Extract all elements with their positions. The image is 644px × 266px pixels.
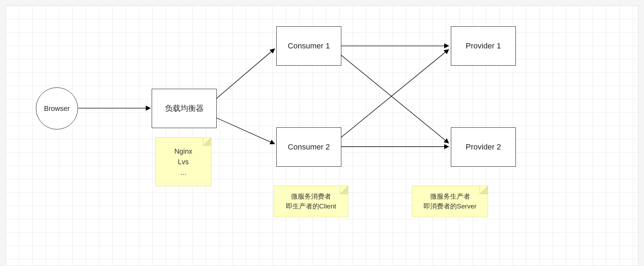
edge-c2-p1 [341,49,449,138]
node-provider-2[interactable]: Provider 2 [451,127,516,167]
edge-c1-p2 [341,55,449,143]
node-provider-2-label: Provider 2 [466,142,501,152]
sticky-consumer-line2: 即生产者的Client [286,201,336,212]
node-consumer-2[interactable]: Consumer 2 [276,127,341,167]
edge-lb-consumer1 [217,49,275,99]
node-load-balancer-label: 负载均衡器 [165,103,204,114]
sticky-provider-line1: 微服务生产者 [430,192,470,202]
sticky-lb-line1: Nginx [174,146,192,157]
node-load-balancer[interactable]: 负载均衡器 [152,89,217,128]
sticky-lb-line2: Lvs [178,157,189,167]
sticky-lb-note[interactable]: Nginx Lvs ... [155,137,211,186]
sticky-consumer-note[interactable]: 微服务消费者 即生产者的Client [274,186,348,217]
sticky-provider-note[interactable]: 微服务生产者 即消费者的Server [412,186,488,217]
node-browser[interactable]: Browser [36,87,78,129]
node-browser-label: Browser [44,105,70,113]
node-consumer-1[interactable]: Consumer 1 [276,26,341,66]
sticky-consumer-line1: 微服务消费者 [291,192,331,202]
edge-lb-consumer2 [217,118,275,144]
node-consumer-1-label: Consumer 1 [288,41,330,51]
node-provider-1[interactable]: Provider 1 [451,26,516,66]
sticky-lb-line3: ... [180,167,186,178]
sticky-provider-line2: 即消费者的Server [423,201,477,212]
diagram-canvas[interactable]: Browser 负载均衡器 Consumer 1 Consumer 2 Prov… [6,6,638,266]
node-consumer-2-label: Consumer 2 [288,142,330,152]
node-provider-1-label: Provider 1 [466,41,501,51]
